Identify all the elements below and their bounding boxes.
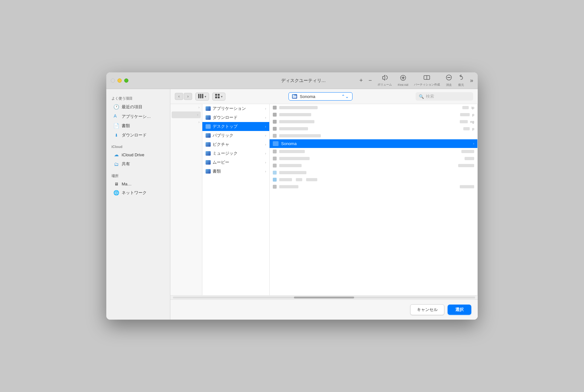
list-item[interactable]: ng xyxy=(270,118,477,125)
first-aid-label: First Aid xyxy=(398,83,408,86)
downloads-icon: ⬇ xyxy=(113,133,119,138)
list-item[interactable]: ip xyxy=(270,104,477,111)
scrollbar-track[interactable] xyxy=(173,297,475,298)
volume-icon xyxy=(381,75,388,82)
first-aid-icon xyxy=(400,75,406,83)
item-label: ムービー xyxy=(213,159,229,165)
list-item[interactable] xyxy=(270,183,477,190)
svg-rect-10 xyxy=(218,96,220,98)
ext-text: ng xyxy=(470,120,474,124)
column-view-icon xyxy=(198,94,203,99)
more-button[interactable]: » xyxy=(470,77,473,84)
erase-icon xyxy=(446,74,452,82)
erase-button[interactable]: 消去 xyxy=(446,74,452,87)
select-button[interactable]: 選択 xyxy=(448,305,471,315)
sidebar-item-applications[interactable]: А アプリケーシ… xyxy=(108,112,168,121)
list-item[interactable] xyxy=(270,162,477,169)
sidebar-item-recents[interactable]: 🕐 最近の項目 xyxy=(108,102,168,111)
icloud-icon: ☁ xyxy=(113,152,119,158)
sonoma-folder-item[interactable]: Sonoma › xyxy=(270,139,477,148)
shared-icon: 🗂 xyxy=(113,161,119,167)
location-text: Sonoma xyxy=(300,94,338,99)
add-volume-button[interactable]: + xyxy=(359,77,363,84)
scrollbar-thumb[interactable] xyxy=(294,297,354,298)
svg-text:А: А xyxy=(114,113,117,118)
sidebar: よく使う項目 🕐 最近の項目 А アプリケーシ… 📄 書類 ⬇ ダウンロード xyxy=(106,89,170,320)
forward-button[interactable]: › xyxy=(184,93,192,100)
ext-blur xyxy=(460,120,468,123)
file-icon xyxy=(273,157,277,160)
list-item[interactable]: ムービー › xyxy=(202,158,269,167)
sonoma-folder-label: Sonoma xyxy=(281,141,296,146)
icloud-section-label: iCloud xyxy=(106,143,170,150)
sidebar-item-mac[interactable]: 🖥 Ma… xyxy=(108,180,168,188)
list-item[interactable]: › xyxy=(170,104,202,111)
close-button[interactable] xyxy=(111,78,115,83)
list-item[interactable]: › xyxy=(172,111,201,118)
list-item[interactable] xyxy=(270,148,477,155)
list-item[interactable] xyxy=(270,176,477,183)
clock-icon: 🕐 xyxy=(113,104,119,110)
restore-icon xyxy=(458,74,464,82)
chevron-right-icon: › xyxy=(265,170,266,173)
list-item[interactable]: ダウンロード › xyxy=(202,113,269,122)
cancel-button[interactable]: キャンセル xyxy=(410,304,444,315)
ext-blur xyxy=(463,127,470,130)
grid-view-button[interactable]: ▾ xyxy=(212,93,225,101)
browser-toolbar: ‹ › ▾ xyxy=(170,89,478,104)
item-label: ミュージック xyxy=(213,151,238,156)
folder-icon xyxy=(206,106,211,111)
file-icon xyxy=(273,127,277,131)
list-item[interactable] xyxy=(270,132,477,139)
list-item[interactable] xyxy=(170,126,202,129)
ext-text: p xyxy=(472,113,474,117)
mac-icon: 🖥 xyxy=(113,182,119,186)
restore-button[interactable]: 復元 xyxy=(458,74,464,87)
volume-button[interactable]: ボリューム xyxy=(377,75,392,87)
partition-label: パーティション作成 xyxy=(414,83,440,87)
svg-rect-7 xyxy=(215,94,217,96)
file-icon xyxy=(273,134,277,138)
item-left: ミュージック xyxy=(206,151,238,156)
sidebar-item-downloads[interactable]: ⬇ ダウンロード xyxy=(108,131,168,140)
list-item[interactable]: パブリック › xyxy=(202,131,269,140)
sidebar-item-icloud-drive[interactable]: ☁ iCloud Drive xyxy=(108,150,168,159)
folder-icon xyxy=(206,169,211,174)
partition-button[interactable]: パーティション作成 xyxy=(414,75,440,87)
first-aid-button[interactable]: First Aid xyxy=(398,75,408,86)
maximize-button[interactable] xyxy=(124,78,128,83)
filename-blur xyxy=(279,171,306,174)
sidebar-item-downloads-label: ダウンロード xyxy=(122,132,147,138)
traffic-lights xyxy=(111,78,128,83)
file-icon xyxy=(273,171,277,175)
list-item[interactable]: アプリケーション › xyxy=(202,104,269,113)
list-item[interactable]: 書類 › xyxy=(202,167,269,176)
remove-volume-button[interactable]: − xyxy=(369,77,372,84)
list-item[interactable]: › xyxy=(170,119,202,126)
minimize-button[interactable] xyxy=(118,78,122,83)
location-bar[interactable]: Sonoma ⌃⌄ xyxy=(288,92,352,101)
sidebar-item-network[interactable]: 🌐 ネットワーク xyxy=(108,188,168,197)
list-item[interactable]: デスクトップ › xyxy=(202,122,269,131)
app-window: ディスクユーティリ… + − ボリューム xyxy=(106,72,478,320)
item-left: ピクチャ xyxy=(206,142,229,147)
list-item[interactable]: ピクチャ › xyxy=(202,140,269,149)
chevron-right-icon: › xyxy=(265,134,266,137)
erase-label: 消去 xyxy=(446,83,452,87)
folder-icon xyxy=(206,151,211,156)
partition-icon xyxy=(423,75,430,82)
item-left: ダウンロード xyxy=(206,115,238,120)
add-icon: + xyxy=(359,77,363,84)
list-item[interactable]: ミュージック › xyxy=(202,149,269,158)
list-item[interactable]: p xyxy=(270,111,477,118)
sidebar-item-shared[interactable]: 🗂 共有 xyxy=(108,159,168,168)
file-icon xyxy=(273,106,277,110)
list-item[interactable] xyxy=(270,169,477,176)
column-view-button[interactable]: ▾ xyxy=(195,93,209,101)
search-box[interactable]: 🔍 検索 xyxy=(416,92,473,101)
back-button[interactable]: ‹ xyxy=(175,93,183,100)
ext-blur xyxy=(460,185,474,188)
list-item[interactable]: p xyxy=(270,125,477,132)
list-item[interactable] xyxy=(270,155,477,162)
sidebar-item-documents[interactable]: 📄 書類 xyxy=(108,121,168,130)
